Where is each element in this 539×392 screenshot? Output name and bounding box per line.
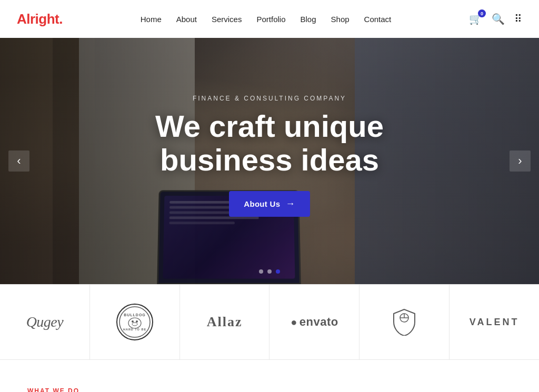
hero-cta-button[interactable]: About Us → [229,191,310,217]
logo-bulldog: BULLDOG HARD TO BE [90,285,180,359]
logos-section: Qugey BULLDOG HARD TO BE Allaz ●envato [0,284,539,360]
logo-qugey: Qugey [0,285,90,359]
hero-section: Finance & Consulting Company We craft un… [0,38,539,284]
logo-valent: VALENT [450,285,539,359]
svg-point-0 [119,307,150,337]
search-icon[interactable]: 🔍 [492,13,505,25]
nav-shop[interactable]: Shop [331,15,350,24]
nav-about[interactable]: About [176,15,197,24]
hero-subtitle: Finance & Consulting Company [193,95,346,102]
logo-text: Alright [17,11,59,27]
slider-dots [259,269,280,274]
hero-title-line1: We craft unique [155,109,384,143]
slider-prev-button[interactable]: ‹ [8,150,29,172]
slider-dot-2[interactable] [267,269,272,274]
bulldog-logo: BULLDOG HARD TO BE [116,304,153,340]
cart-icon[interactable]: 🛒 0 [469,13,482,25]
svg-text:HARD TO BE: HARD TO BE [123,328,146,331]
slider-next-button[interactable]: › [510,150,531,172]
nav-services[interactable]: Services [212,15,242,24]
svg-text:BULLDOG: BULLDOG [124,313,146,317]
hero-content: Finance & Consulting Company We craft un… [0,38,539,284]
header-icons: 🛒 0 🔍 ⠿ [469,13,522,25]
nav-blog[interactable]: Blog [301,15,316,24]
allaz-logo: Allaz [207,314,243,330]
cart-badge: 0 [478,9,486,17]
main-nav: Home About Services Portfolio Blog Shop … [141,15,392,24]
valent-logo: VALENT [470,317,520,328]
logo-envato: ●envato [270,285,360,359]
what-we-do-section: What We Do The best solutions for [0,360,539,392]
envato-logo: ●envato [291,315,338,329]
grid-icon[interactable]: ⠿ [514,13,522,25]
nav-home[interactable]: Home [141,15,162,24]
nav-contact[interactable]: Contact [364,15,392,24]
svg-point-3 [132,320,134,323]
nav-portfolio[interactable]: Portfolio [256,15,285,24]
svg-point-5 [132,323,137,326]
hero-title: We craft unique business ideas [155,109,384,177]
qugey-logo: Qugey [26,314,64,330]
slider-dot-3[interactable] [276,269,280,274]
site-logo[interactable]: Alright. [17,11,63,27]
svg-point-4 [136,320,138,323]
section-tag: What We Do [27,387,512,392]
logo-dot: . [59,11,63,27]
slider-dot-1[interactable] [259,269,263,274]
hero-title-line2: business ideas [160,143,379,177]
arrow-icon: → [285,198,295,209]
logo-shield [360,285,450,359]
header: Alright. Home About Services Portfolio B… [0,0,539,38]
shield-logo-svg [392,308,417,336]
hero-cta-label: About Us [244,199,280,208]
svg-point-2 [128,318,141,328]
logo-allaz: Allaz [180,285,270,359]
